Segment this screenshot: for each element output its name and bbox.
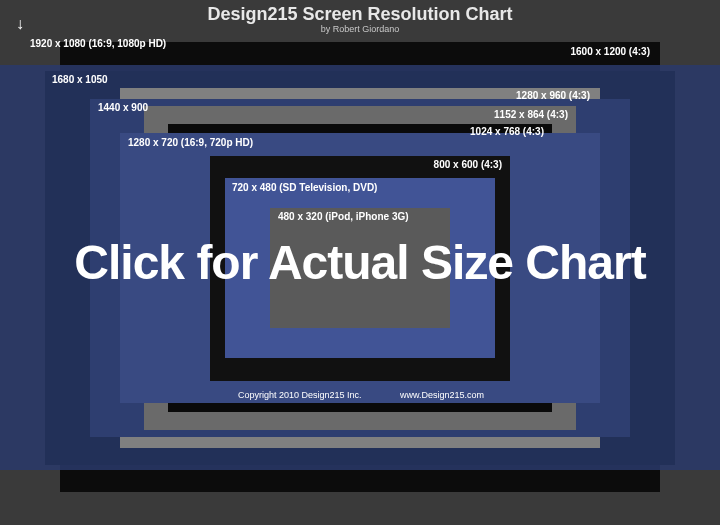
- actual-size-link[interactable]: Click for Actual Size Chart: [0, 0, 720, 525]
- overlay-caption: Click for Actual Size Chart: [74, 235, 645, 290]
